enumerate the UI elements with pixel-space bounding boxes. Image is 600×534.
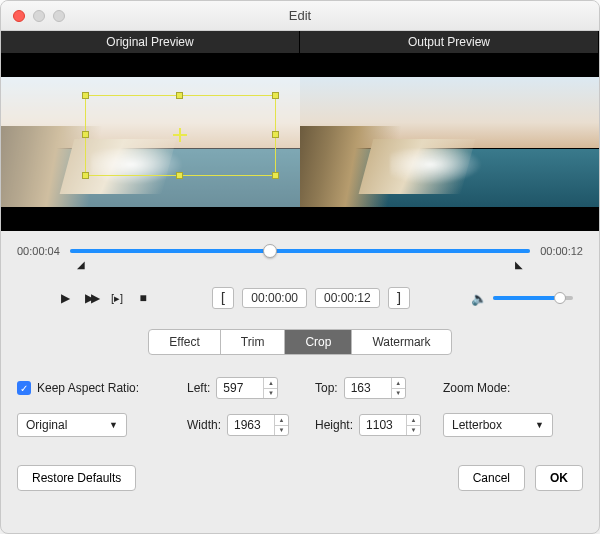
width-step-up-icon[interactable]: ▲: [275, 415, 288, 426]
crop-handle-bl[interactable]: [82, 172, 89, 179]
edit-window: Edit Original Preview: [0, 0, 600, 534]
left-step-up-icon[interactable]: ▲: [264, 378, 277, 389]
output-preview-label: Output Preview: [300, 31, 599, 53]
crop-handle-r[interactable]: [272, 131, 279, 138]
timeline-knob[interactable]: [263, 244, 277, 258]
range-start-marker-icon[interactable]: ◢: [77, 259, 85, 270]
crop-handle-l[interactable]: [82, 131, 89, 138]
aspect-ratio-select[interactable]: Original ▼: [17, 413, 127, 437]
width-label: Width:: [187, 418, 221, 432]
width-input[interactable]: 1963 ▲▼: [227, 414, 289, 436]
set-out-button[interactable]: ]: [388, 287, 410, 309]
chevron-down-icon: ▼: [109, 420, 118, 430]
tab-effect[interactable]: Effect: [149, 330, 220, 354]
in-time[interactable]: 00:00:00: [242, 288, 307, 308]
volume-knob[interactable]: [554, 292, 566, 304]
tab-watermark[interactable]: Watermark: [352, 330, 450, 354]
chevron-down-icon: ▼: [535, 420, 544, 430]
titlebar: Edit: [1, 1, 599, 31]
aspect-ratio-value: Original: [26, 418, 67, 432]
timeline-start-time: 00:00:04: [17, 245, 60, 257]
output-preview: [300, 53, 599, 231]
set-in-button[interactable]: [: [212, 287, 234, 309]
fast-forward-icon[interactable]: ▶▶: [83, 290, 99, 306]
left-step-down-icon[interactable]: ▼: [264, 389, 277, 399]
range-end-marker-icon[interactable]: ◣: [515, 259, 523, 270]
tab-trim[interactable]: Trim: [221, 330, 286, 354]
top-step-up-icon[interactable]: ▲: [392, 378, 405, 389]
crop-rectangle[interactable]: [85, 95, 276, 176]
stop-icon[interactable]: ■: [135, 290, 151, 306]
ok-button[interactable]: OK: [535, 465, 583, 491]
top-step-down-icon[interactable]: ▼: [392, 389, 405, 399]
height-input[interactable]: 1103 ▲▼: [359, 414, 421, 436]
original-preview-label: Original Preview: [1, 31, 300, 53]
volume-icon[interactable]: 🔈: [471, 291, 487, 306]
keep-aspect-ratio-label: Keep Aspect Ratio:: [37, 381, 139, 395]
preview-area: Original Preview: [1, 31, 599, 231]
crop-handle-b[interactable]: [176, 172, 183, 179]
timeline-end-time: 00:00:12: [540, 245, 583, 257]
volume-slider[interactable]: [493, 296, 573, 300]
height-step-down-icon[interactable]: ▼: [407, 426, 420, 436]
left-label: Left:: [187, 381, 210, 395]
left-input[interactable]: 597 ▲▼: [216, 377, 278, 399]
zoom-mode-value: Letterbox: [452, 418, 502, 432]
crop-handle-tr[interactable]: [272, 92, 279, 99]
timeline-scrubber[interactable]: [70, 241, 530, 261]
crop-handle-tl[interactable]: [82, 92, 89, 99]
height-label: Height:: [315, 418, 353, 432]
width-value: 1963: [228, 418, 274, 432]
crop-handle-t[interactable]: [176, 92, 183, 99]
crop-handle-br[interactable]: [272, 172, 279, 179]
width-step-down-icon[interactable]: ▼: [275, 426, 288, 436]
left-value: 597: [217, 381, 263, 395]
cancel-button[interactable]: Cancel: [458, 465, 525, 491]
height-step-up-icon[interactable]: ▲: [407, 415, 420, 426]
keep-aspect-ratio-checkbox[interactable]: ✓: [17, 381, 31, 395]
play-icon[interactable]: ▶: [57, 290, 73, 306]
tab-strip: Effect Trim Crop Watermark: [148, 329, 451, 355]
window-title: Edit: [1, 8, 599, 23]
crop-center-icon[interactable]: [173, 128, 187, 142]
zoom-mode-select[interactable]: Letterbox ▼: [443, 413, 553, 437]
out-time[interactable]: 00:00:12: [315, 288, 380, 308]
top-input[interactable]: 163 ▲▼: [344, 377, 406, 399]
top-value: 163: [345, 381, 391, 395]
restore-defaults-button[interactable]: Restore Defaults: [17, 465, 136, 491]
height-value: 1103: [360, 418, 406, 432]
top-label: Top:: [315, 381, 338, 395]
tab-crop[interactable]: Crop: [285, 330, 352, 354]
zoom-mode-label: Zoom Mode:: [443, 381, 583, 395]
original-preview[interactable]: [1, 53, 300, 231]
step-icon[interactable]: [▸]: [109, 290, 125, 306]
